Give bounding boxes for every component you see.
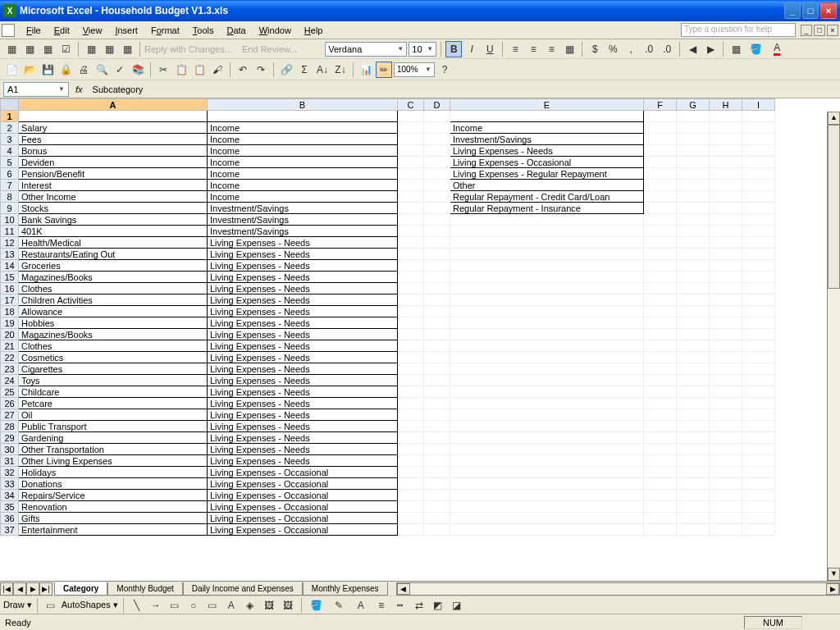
tb-unknown-6[interactable]: ▦ [101, 41, 117, 57]
cell[interactable] [398, 157, 424, 168]
cell[interactable] [677, 145, 710, 157]
cell[interactable] [742, 444, 775, 455]
sort-asc-button[interactable]: A↓ [314, 62, 331, 78]
cell[interactable] [644, 490, 677, 501]
cell[interactable] [424, 317, 450, 329]
cell[interactable] [424, 249, 450, 260]
formula-input[interactable]: Subcategory [89, 82, 837, 97]
cell[interactable] [677, 444, 710, 455]
cell[interactable] [450, 214, 644, 226]
cell[interactable]: Income [208, 122, 398, 134]
cell[interactable] [677, 191, 710, 203]
cell[interactable]: Holidays [19, 467, 208, 478]
cell[interactable] [742, 145, 775, 157]
cell[interactable] [677, 317, 710, 329]
cell[interactable]: Income [208, 180, 398, 191]
cell[interactable]: Repairs/Service [19, 490, 208, 501]
autoshapes-menu[interactable]: AutoShapes ▾ [62, 600, 118, 610]
cell[interactable] [710, 203, 742, 214]
row-header[interactable]: 1 [1, 111, 19, 122]
cell[interactable]: Living Expenses - Needs [208, 340, 398, 352]
align-left-button[interactable]: ≡ [507, 41, 523, 57]
cell[interactable] [644, 203, 677, 214]
cell[interactable] [424, 157, 450, 168]
cell[interactable] [677, 340, 710, 352]
cell[interactable] [742, 409, 775, 421]
cell[interactable] [424, 237, 450, 249]
col-header-d[interactable]: D [424, 99, 450, 111]
cell[interactable]: Deviden [19, 157, 208, 168]
cell[interactable]: Category [208, 111, 398, 122]
cell[interactable] [424, 432, 450, 444]
cell[interactable]: Salary [19, 122, 208, 134]
cell[interactable]: Other Transportation [19, 444, 208, 455]
cell[interactable] [677, 386, 710, 398]
cell[interactable] [398, 444, 424, 455]
cell[interactable]: Gifts [19, 513, 208, 524]
cell[interactable] [742, 214, 775, 226]
cell[interactable] [424, 340, 450, 352]
cell[interactable] [710, 134, 742, 145]
cell[interactable] [677, 467, 710, 478]
cell[interactable]: Health/Medical [19, 237, 208, 249]
cell[interactable] [644, 306, 677, 317]
cell[interactable] [742, 111, 775, 122]
col-header-e[interactable]: E [450, 99, 644, 111]
cell[interactable]: Groceries [19, 260, 208, 272]
cell[interactable] [398, 111, 424, 122]
cell[interactable] [677, 214, 710, 226]
sort-desc-button[interactable]: Z↓ [332, 62, 349, 78]
cell[interactable] [450, 444, 644, 455]
cell[interactable] [677, 398, 710, 409]
cell[interactable] [710, 237, 742, 249]
cell[interactable] [677, 157, 710, 168]
cell[interactable] [398, 168, 424, 180]
cell[interactable] [742, 340, 775, 352]
cell[interactable] [398, 306, 424, 317]
font-size-select[interactable]: 10▼ [409, 42, 436, 57]
cell[interactable] [710, 191, 742, 203]
window-maximize-button[interactable]: □ [802, 2, 819, 19]
align-right-button[interactable]: ≡ [543, 41, 559, 57]
row-header[interactable]: 24 [1, 375, 19, 386]
select-objects-button[interactable]: ▭ [43, 597, 59, 614]
draw-fill-color-button[interactable]: 🪣 [307, 597, 326, 614]
cell[interactable] [644, 352, 677, 363]
doc-restore-button[interactable]: □ [814, 25, 825, 36]
tb-unknown-5[interactable]: ▦ [83, 41, 99, 57]
horizontal-scrollbar[interactable]: ◀ ▶ [396, 582, 840, 596]
cell[interactable]: Investment/Savings [208, 203, 398, 214]
borders-button[interactable]: ▦ [728, 41, 744, 57]
cell[interactable] [450, 226, 644, 237]
save-button[interactable]: 💾 [39, 62, 56, 78]
row-header[interactable]: 21 [1, 340, 19, 352]
cell[interactable] [710, 214, 742, 226]
research-button[interactable]: 📚 [130, 62, 146, 78]
cell[interactable] [710, 145, 742, 157]
cell[interactable] [742, 386, 775, 398]
cell[interactable] [742, 432, 775, 444]
row-header[interactable]: 22 [1, 352, 19, 363]
row-header[interactable]: 6 [1, 168, 19, 180]
cell[interactable] [450, 386, 644, 398]
cell[interactable] [450, 352, 644, 363]
cell[interactable]: Living Expenses - Occasional [208, 501, 398, 513]
cell[interactable]: Regular Repayment - Credit Card/Loan [450, 191, 644, 203]
row-header[interactable]: 11 [1, 226, 19, 237]
cell[interactable] [710, 363, 742, 375]
cell[interactable] [742, 363, 775, 375]
cell[interactable]: Other Income [19, 191, 208, 203]
cell[interactable] [742, 180, 775, 191]
cell[interactable] [450, 283, 644, 294]
cell[interactable] [644, 409, 677, 421]
cell[interactable] [398, 180, 424, 191]
comma-button[interactable]: , [623, 41, 639, 57]
cell[interactable] [742, 134, 775, 145]
cell[interactable]: Income [208, 157, 398, 168]
tab-nav-prev[interactable]: ◀ [13, 582, 26, 596]
row-header[interactable]: 36 [1, 513, 19, 524]
cell[interactable]: Living Expenses - Needs [208, 363, 398, 375]
cell[interactable]: Interest [19, 180, 208, 191]
cell[interactable] [398, 237, 424, 249]
cell[interactable]: Renovation [19, 501, 208, 513]
